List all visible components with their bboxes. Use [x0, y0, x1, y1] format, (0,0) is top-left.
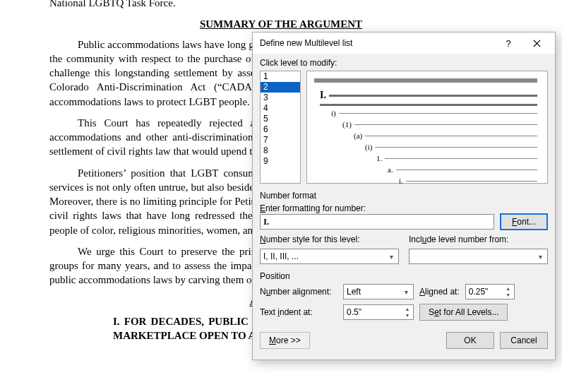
- multilevel-list-dialog: Define new Multilevel list ? Click level…: [252, 32, 556, 360]
- level-item[interactable]: 6: [261, 124, 300, 135]
- number-format-label: Number format: [260, 191, 548, 201]
- level-item[interactable]: 8: [261, 145, 300, 156]
- level-item[interactable]: 5: [261, 114, 300, 124]
- cancel-button[interactable]: Cancel: [500, 332, 548, 349]
- level-item[interactable]: 3: [261, 93, 300, 103]
- position-label: Position: [260, 271, 548, 281]
- include-level-select[interactable]: ▾: [409, 249, 548, 264]
- level-listbox[interactable]: 1 2 3 4 5 6 7 8 9: [260, 71, 301, 184]
- text-indent-spinner[interactable]: 0.5"▲▼: [343, 304, 414, 320]
- num-align-label: Number alignment:: [260, 287, 337, 297]
- click-level-label: Click level to modify:: [260, 58, 548, 68]
- level-item[interactable]: 4: [261, 103, 300, 114]
- help-button[interactable]: ?: [494, 32, 522, 54]
- number-style-select[interactable]: I, II, III, ...▾: [260, 249, 399, 264]
- chevron-down-icon: ▾: [385, 253, 397, 261]
- font-button[interactable]: Font...: [500, 213, 548, 230]
- aligned-at-label: Aligned at:: [419, 287, 460, 297]
- format-input[interactable]: [260, 214, 494, 230]
- dialog-titlebar: Define new Multilevel list ?: [253, 32, 555, 54]
- enter-formatting-label: Enter formatting for number:: [260, 203, 548, 213]
- text-indent-label: Text indent at:: [260, 307, 337, 317]
- level-preview: I. i) (1) (a) (i) 1. a. i.: [306, 71, 548, 184]
- level-item[interactable]: 7: [261, 135, 300, 145]
- close-icon: [533, 40, 541, 47]
- level-item[interactable]: 9: [261, 156, 300, 167]
- doc-line0: National LGBTQ Task Force.: [49, 0, 513, 10]
- chevron-down-icon: ▾: [534, 253, 546, 261]
- doc-heading-summary: SUMMARY OF THE ARGUMENT: [49, 17, 513, 31]
- close-button[interactable]: [522, 32, 551, 54]
- num-align-select[interactable]: Left▾: [343, 284, 414, 299]
- chevron-down-icon: ▾: [400, 288, 412, 296]
- include-level-label: Include level number from:: [409, 234, 548, 244]
- number-style-label: Number style for this level:: [260, 234, 399, 244]
- dialog-title: Define new Multilevel list: [260, 38, 494, 48]
- ok-button[interactable]: OK: [446, 332, 494, 349]
- set-all-levels-button[interactable]: Set for All Levels...: [419, 304, 508, 321]
- level-item[interactable]: 2: [261, 82, 300, 93]
- more-button[interactable]: More >>: [260, 332, 310, 349]
- level-item[interactable]: 1: [261, 71, 300, 82]
- aligned-at-spinner[interactable]: 0.25"▲▼: [465, 284, 515, 299]
